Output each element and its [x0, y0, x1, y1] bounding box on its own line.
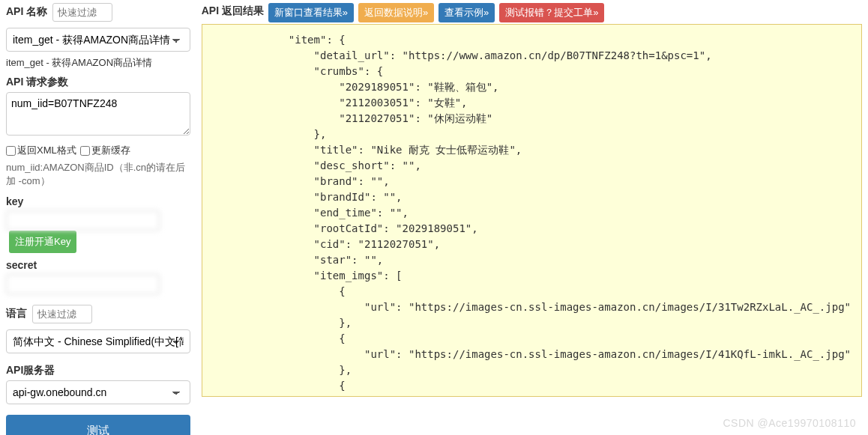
result-label: API 返回结果	[202, 4, 264, 18]
server-select[interactable]: api-gw.onebound.cn	[6, 380, 190, 404]
xml-checkbox[interactable]	[6, 146, 16, 156]
result-code[interactable]: "item": { "detail_url": "https://www.ama…	[202, 24, 862, 397]
refresh-checkbox[interactable]	[80, 146, 90, 156]
req-params-textarea[interactable]	[6, 92, 190, 136]
api-name-filter-input[interactable]	[52, 3, 112, 22]
api-name-select[interactable]: item_get - 获得AMAZON商品详情	[6, 28, 190, 52]
xml-checkbox-label[interactable]: 返回XML格式	[6, 145, 76, 156]
secret-input[interactable]	[6, 274, 160, 294]
key-input[interactable]	[6, 210, 160, 231]
lang-filter-input[interactable]	[32, 305, 92, 323]
lang-label: 语言	[6, 307, 27, 320]
lang-select[interactable]: 简体中文 - Chinese Simplified(中文[简体])#zh-CN	[6, 329, 190, 353]
refresh-checkbox-label[interactable]: 更新缓存	[80, 145, 130, 156]
req-params-label: API 请求参数	[6, 76, 68, 89]
register-key-button[interactable]: 注册开通Key	[9, 231, 76, 253]
form-panel: API 名称 item_get - 获得AMAZON商品详情 item_get …	[6, 3, 202, 435]
test-button[interactable]: 测试	[6, 415, 190, 435]
result-panel: API 返回结果 新窗口查看结果» 返回数据说明» 查看示例» 测试报错？提交工…	[202, 3, 862, 435]
param-hint: num_iid:AMAZON商品ID（非.cn的请在后加 -com）	[6, 161, 190, 188]
new-window-button[interactable]: 新窗口查看结果»	[268, 3, 354, 22]
server-label: API服务器	[6, 364, 55, 377]
data-desc-button[interactable]: 返回数据说明»	[358, 3, 434, 22]
report-button[interactable]: 测试报错？提交工单»	[499, 3, 604, 22]
secret-label: secret	[6, 259, 37, 271]
key-label: key	[6, 195, 23, 207]
api-name-label: API 名称	[6, 5, 47, 19]
api-select-hint: item_get - 获得AMAZON商品详情	[6, 56, 190, 70]
example-button[interactable]: 查看示例»	[438, 3, 495, 22]
